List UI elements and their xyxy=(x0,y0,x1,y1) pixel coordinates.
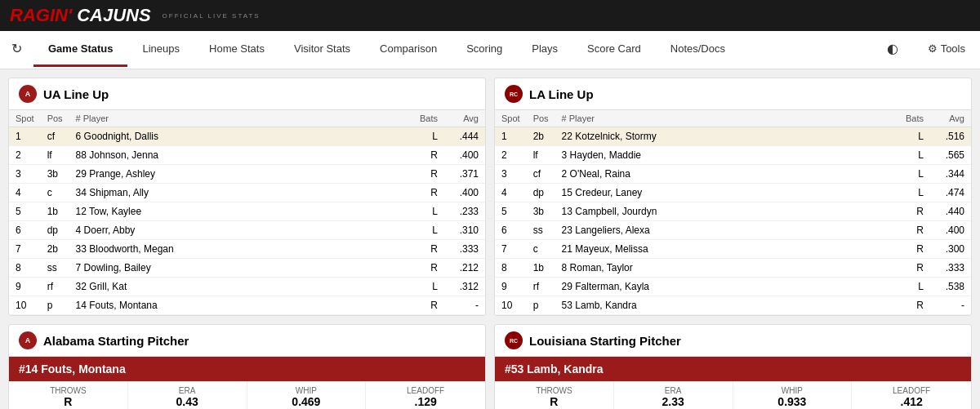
la-pitcher-title-row: RC Louisiana Starting Pitcher xyxy=(495,325,971,357)
col-spot: Spot xyxy=(9,110,41,127)
table-row: 10 p 14 Fouts, Montana R - xyxy=(9,296,485,315)
header-subtitle: OFFICIAL LIVE STATS xyxy=(163,12,261,20)
table-row: 1 2b 22 Kotzelnick, Stormy L .516 xyxy=(495,127,971,146)
player-cell: 23 Langeliers, Alexa xyxy=(555,221,881,240)
spot-cell: 4 xyxy=(495,184,527,202)
spot-cell: 5 xyxy=(9,202,41,221)
bats-cell: L xyxy=(395,278,444,296)
ua-pitcher-main-stats: THROWS R ERA 0.43 WHIP 0.469 LEADOFF .12… xyxy=(9,381,485,409)
player-cell: 13 Campbell, Jourdyn xyxy=(555,202,881,221)
avg-cell: .400 xyxy=(930,221,971,240)
la-whip-block: WHIP 0.933 xyxy=(733,381,853,409)
table-row: 9 rf 32 Grill, Kat L .312 xyxy=(9,278,485,296)
col-player: # Player xyxy=(69,110,395,127)
ua-leadoff-label: LEADOFF xyxy=(369,386,482,395)
ua-team-logo: A xyxy=(19,85,37,103)
avg-cell: .400 xyxy=(444,146,485,165)
avg-cell: .233 xyxy=(444,202,485,221)
la-lineup-header: RC LA Line Up xyxy=(495,78,971,110)
left-column: A UA Line Up Spot Pos # Player Bats Avg … xyxy=(8,78,486,409)
avg-cell: .344 xyxy=(930,165,971,184)
ua-whip-block: WHIP 0.469 xyxy=(247,381,367,409)
spot-cell: 9 xyxy=(495,278,527,296)
pos-cell: dp xyxy=(41,221,69,240)
pos-cell: ss xyxy=(527,221,555,240)
tools-menu[interactable]: ⚙ Tools xyxy=(913,33,980,67)
col-bats: Bats xyxy=(395,110,444,127)
table-row: 1 cf 6 Goodnight, Dallis L .444 xyxy=(9,127,485,146)
nav-comparison[interactable]: Comparison xyxy=(365,33,452,67)
table-row: 6 ss 23 Langeliers, Alexa R .400 xyxy=(495,221,971,240)
pos-cell: p xyxy=(527,296,555,315)
spot-cell: 3 xyxy=(9,165,41,184)
theme-toggle[interactable]: ◐ xyxy=(872,31,913,69)
ua-pitcher-title-row: A Alabama Starting Pitcher xyxy=(9,325,485,357)
la-leadoff-block: LEADOFF .412 xyxy=(852,381,971,409)
la-pitcher-logo: RC xyxy=(505,331,523,349)
ua-lineup-panel: A UA Line Up Spot Pos # Player Bats Avg … xyxy=(8,78,486,316)
table-row: 9 rf 29 Falterman, Kayla L .538 xyxy=(495,278,971,296)
nav-visitor-stats[interactable]: Visitor Stats xyxy=(279,33,365,67)
avg-cell: .333 xyxy=(930,259,971,278)
bats-cell: R xyxy=(881,240,930,259)
player-cell: 29 Prange, Ashley xyxy=(69,165,395,184)
bats-cell: L xyxy=(881,278,930,296)
la-lineup-body: 1 2b 22 Kotzelnick, Stormy L .516 2 lf 3… xyxy=(495,127,971,315)
nav-score-card[interactable]: Score Card xyxy=(572,33,656,67)
ua-leadoff-val: .129 xyxy=(369,395,482,408)
ua-pitcher-name-bar: #14 Fouts, Montana xyxy=(9,357,485,381)
avg-cell: .440 xyxy=(930,202,971,221)
pos-cell: cf xyxy=(527,165,555,184)
player-cell: 4 Doerr, Abby xyxy=(69,221,395,240)
table-row: 2 lf 3 Hayden, Maddie L .565 xyxy=(495,146,971,165)
avg-cell: .312 xyxy=(444,278,485,296)
pos-cell: lf xyxy=(41,146,69,165)
ua-pitcher-title: Alabama Starting Pitcher xyxy=(43,334,189,348)
pos-cell: cf xyxy=(41,127,69,146)
la-lineup-table: Spot Pos # Player Bats Avg 1 2b 22 Kotze… xyxy=(495,110,971,315)
table-row: 4 dp 15 Credeur, Laney L .474 xyxy=(495,184,971,202)
ua-lineup-title: UA Line Up xyxy=(43,87,109,101)
nav-plays[interactable]: Plays xyxy=(517,33,572,67)
ua-era-block: ERA 0.43 xyxy=(128,381,247,409)
bats-cell: R xyxy=(395,259,444,278)
player-cell: 2 O'Neal, Raina xyxy=(555,165,881,184)
bats-cell: L xyxy=(881,127,930,146)
spot-cell: 6 xyxy=(495,221,527,240)
refresh-button[interactable]: ↻ xyxy=(0,31,33,69)
ua-era-val: 0.43 xyxy=(131,395,243,408)
pos-cell: 1b xyxy=(41,202,69,221)
avg-cell: .400 xyxy=(444,184,485,202)
table-row: 8 1b 8 Roman, Taylor R .333 xyxy=(495,259,971,278)
player-cell: 8 Roman, Taylor xyxy=(555,259,881,278)
spot-cell: 9 xyxy=(9,278,41,296)
table-row: 2 lf 88 Johnson, Jenna R .400 xyxy=(9,146,485,165)
player-cell: 3 Hayden, Maddie xyxy=(555,146,881,165)
la-col-bats: Bats xyxy=(881,110,930,127)
nav-notes-docs[interactable]: Notes/Docs xyxy=(656,33,740,67)
logo-text2: CAJUNS xyxy=(77,5,150,26)
la-col-avg: Avg xyxy=(930,110,971,127)
col-pos: Pos xyxy=(41,110,69,127)
bats-cell: L xyxy=(395,221,444,240)
bats-cell: R xyxy=(395,146,444,165)
spot-cell: 4 xyxy=(9,184,41,202)
la-lineup-panel: RC LA Line Up Spot Pos # Player Bats Avg… xyxy=(494,78,972,316)
player-cell: 7 Dowling, Bailey xyxy=(69,259,395,278)
la-whip-val: 0.933 xyxy=(737,395,849,408)
pos-cell: 2b xyxy=(527,127,555,146)
table-row: 8 ss 7 Dowling, Bailey R .212 xyxy=(9,259,485,278)
nav-home-stats[interactable]: Home Stats xyxy=(194,33,279,67)
avg-cell: .444 xyxy=(444,127,485,146)
la-pitcher-title: Louisiana Starting Pitcher xyxy=(529,334,681,348)
avg-cell: .538 xyxy=(930,278,971,296)
la-col-spot: Spot xyxy=(495,110,527,127)
ua-whip-label: WHIP xyxy=(251,386,363,395)
player-cell: 53 Lamb, Kandra xyxy=(555,296,881,315)
main-content: A UA Line Up Spot Pos # Player Bats Avg … xyxy=(0,69,980,409)
nav-scoring[interactable]: Scoring xyxy=(452,33,517,67)
la-era-val: 2.33 xyxy=(617,395,729,408)
nav-game-status[interactable]: Game Status xyxy=(33,33,127,67)
nav-lineups[interactable]: Lineups xyxy=(127,33,194,67)
right-column: RC LA Line Up Spot Pos # Player Bats Avg… xyxy=(494,78,972,409)
